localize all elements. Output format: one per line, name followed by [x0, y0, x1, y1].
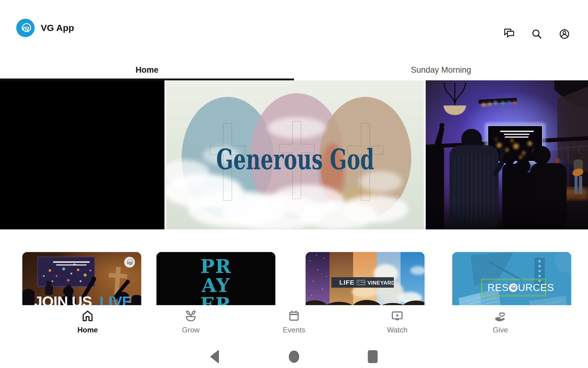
header-actions [502, 27, 571, 41]
svg-text:vg: vg [511, 286, 515, 290]
system-nav [0, 348, 588, 366]
vg-watermark-icon: vg [124, 257, 135, 268]
tab-bar: Home Sunday Morning [0, 60, 588, 80]
home-button[interactable] [285, 348, 303, 365]
chat-icon[interactable] [502, 27, 516, 41]
grow-icon [184, 309, 198, 323]
nav-item-give[interactable]: Give [482, 309, 519, 334]
tab-sunday-morning[interactable]: Sunday Morning [294, 60, 588, 80]
home-icon [81, 309, 95, 323]
slide-title: Generous God [216, 143, 374, 176]
vg-logo-o-icon: vg [509, 283, 518, 292]
events-icon [287, 309, 301, 323]
svg-text:vg: vg [21, 24, 29, 32]
carousel-previous-slide[interactable] [0, 80, 164, 229]
search-icon[interactable] [530, 27, 544, 41]
bottom-nav-bar: Home Grow Events [0, 305, 588, 368]
back-button[interactable] [207, 348, 224, 365]
app-logo-icon: vg [16, 19, 35, 37]
resources-suffix: URCES [518, 282, 554, 293]
title-life: LIFE [339, 279, 355, 286]
carousel-dot-active [287, 296, 293, 302]
title-vineyard: VINEYARD [368, 280, 395, 286]
vg-app-screen: vg VG App Home Sunday Morning [0, 0, 588, 368]
recents-button[interactable] [364, 348, 381, 365]
svg-text:vg: vg [127, 260, 132, 265]
carousel-generous-god-slide[interactable]: Generous God [166, 80, 424, 229]
watch-icon [390, 309, 404, 323]
resources-prefix: RES [488, 282, 509, 293]
title-at-the: AT THE [356, 281, 366, 284]
app-title: VG App [41, 23, 74, 33]
hero-carousel: Generous God [0, 80, 588, 229]
nav-item-events[interactable]: Events [276, 309, 312, 334]
carousel-dot-inactive [297, 297, 300, 301]
give-icon [493, 309, 507, 323]
carousel-worship-slide[interactable] [426, 80, 588, 229]
nav-item-watch[interactable]: Watch [379, 309, 416, 334]
account-icon[interactable] [557, 27, 571, 41]
tab-home[interactable]: Home [0, 60, 294, 80]
nav-item-home[interactable]: Home [69, 309, 106, 334]
nav-item-grow[interactable]: Grow [172, 309, 209, 334]
